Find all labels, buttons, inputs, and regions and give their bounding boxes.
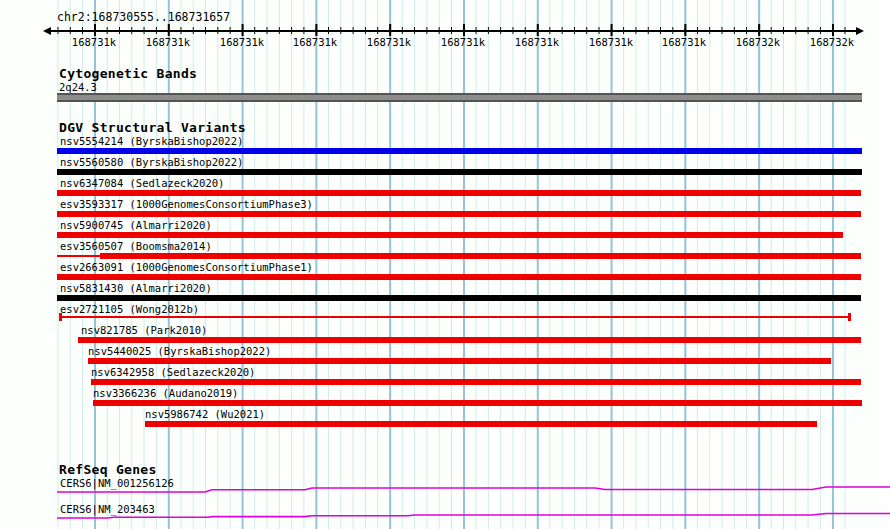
variant-label[interactable]: nsv3366236 (Audano2019) [93, 387, 238, 399]
variant-label[interactable]: nsv6342958 (Sedlazeck2020) [91, 366, 255, 378]
ruler-tick-label: 168731k [363, 36, 415, 48]
genome-browser-panel: chr2:168730555..168731657 168731k 168731… [0, 0, 890, 529]
ruler-tick-label: 168731k [142, 36, 194, 48]
variant-label[interactable]: nsv5554214 (ByrskaBishop2022) [60, 135, 243, 147]
ruler-major-ticks [57, 24, 848, 36]
track-title: Cytogenetic Bands [59, 67, 197, 81]
variant-bar[interactable] [91, 379, 861, 385]
ruler-tick-label: 168731k [216, 36, 268, 48]
variant-bar[interactable] [57, 169, 862, 175]
track-title: DGV Structural Variants [59, 121, 246, 135]
variant-bar[interactable] [57, 148, 862, 154]
ruler-tick-label: 168732k [732, 36, 784, 48]
variant-label[interactable]: esv2663091 (1000GenomesConsortiumPhase1) [60, 261, 313, 273]
variant-bar[interactable] [57, 232, 843, 238]
variant-label[interactable]: esv3560507 (Boomsma2014) [60, 240, 212, 252]
variant-bar[interactable] [78, 337, 861, 343]
variant-bar[interactable] [100, 253, 861, 259]
variant-bar[interactable] [57, 274, 861, 280]
variant-bar[interactable] [88, 358, 831, 364]
ruler-tick-label: 168731k [585, 36, 637, 48]
cytoband-bar[interactable] [57, 93, 862, 102]
variant-bar[interactable] [145, 421, 817, 427]
ruler-tick-label: 168731k [437, 36, 489, 48]
ruler-tick-label: 168732k [806, 36, 858, 48]
variant-bar[interactable] [57, 211, 861, 217]
ruler-tick-label: 168731k [289, 36, 341, 48]
variant-bar[interactable] [57, 190, 861, 196]
track-title: RefSeq Genes [59, 463, 157, 477]
variant-label[interactable]: esv3593317 (1000GenomesConsortiumPhase3) [60, 198, 313, 210]
variant-label[interactable]: nsv6347084 (Sedlazeck2020) [60, 177, 224, 189]
variant-bar[interactable] [57, 295, 861, 301]
cytoband-label: 2q24.3 [59, 81, 97, 93]
variant-label[interactable]: nsv5986742 (Wu2021) [145, 408, 265, 420]
ruler-tick-label: 168731k [68, 36, 120, 48]
variant-line-right-cap [848, 313, 851, 321]
variant-label[interactable]: nsv5900745 (Almarri2020) [60, 219, 212, 231]
ruler-tick-label: 168731k [658, 36, 710, 48]
gene-label[interactable]: CERS6|NM_203463 [60, 503, 155, 515]
variant-bar[interactable] [93, 400, 862, 406]
ruler-tick-label: 168731k [511, 36, 563, 48]
gene-label[interactable]: CERS6|NM_001256126 [60, 477, 174, 489]
variant-label[interactable]: nsv5440025 (ByrskaBishop2022) [88, 345, 271, 357]
variant-thin-segment[interactable] [57, 255, 100, 257]
variant-label[interactable]: esv2721105 (Wong2012b) [60, 303, 199, 315]
region-title: chr2:168730555..168731657 [57, 11, 230, 23]
variant-label[interactable]: nsv821785 (Park2010) [81, 324, 207, 336]
variant-label[interactable]: nsv5831430 (Almarri2020) [60, 282, 212, 294]
variant-line[interactable] [60, 316, 850, 318]
variant-label[interactable]: nsv5560580 (ByrskaBishop2022) [60, 156, 243, 168]
ruler-right-arrow-icon [856, 27, 864, 35]
